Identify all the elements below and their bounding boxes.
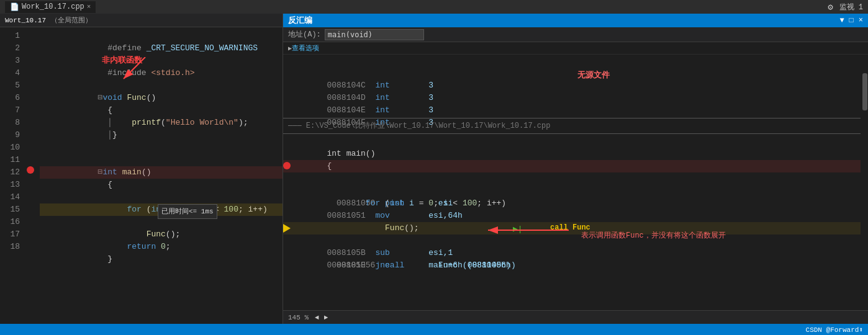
code-line-4: 非内联函数 [40, 67, 283, 79]
disasm-int3-3: 0088104E int 3 [283, 92, 861, 104]
disasm-blank1 [283, 172, 861, 185]
code-lines[interactable]: #define _CRT_SECURE_NO_WARNINGS #include… [37, 27, 283, 324]
code-line-10 [40, 141, 283, 154]
disasm-close-icon[interactable]: × [859, 16, 863, 25]
title-bar: 📄 Work_10.17.cpp × ⚙ 监视 1 [0, 0, 868, 14]
disasm-maximize-icon[interactable]: □ [849, 16, 854, 25]
code-toolbar-title: Wort_10.17 [5, 17, 46, 24]
monitor-label: 监视 1 [839, 2, 863, 12]
code-content: 12345 678910 1112131415 161718 #define _… [0, 27, 283, 324]
status-bar: CSDN @Forward⬆ [0, 324, 868, 335]
disasm-scrollbar-thumb[interactable] [862, 73, 867, 110]
annotation-arrow [120, 57, 170, 82]
gear-icon[interactable]: ⚙ [828, 2, 833, 12]
code-line-12: { [40, 166, 283, 179]
code-line-14: for (int i = 0; i < 100; i++) [40, 191, 283, 203]
code-line-8: │} [40, 117, 283, 129]
disasm-address-input[interactable] [325, 29, 424, 40]
disasm-header-title: 反汇编 [288, 15, 312, 26]
code-line-6: { [40, 92, 283, 104]
view-options-link[interactable]: 查看选项 [292, 43, 319, 53]
disasm-header: 反汇编 ▼ □ × [283, 14, 868, 27]
disasm-scrollbar[interactable] [862, 55, 868, 310]
code-line-13 [40, 179, 283, 191]
disasm-sub: 0088105B sub esi,1 [283, 234, 861, 247]
disasm-pane: 反汇编 ▼ □ × 地址(A): ▶ 查看选项 无源文件 0088104C [283, 14, 868, 324]
code-line-17: return 0; [40, 228, 283, 241]
disasm-push-esi: 00881050 push esi [283, 160, 861, 172]
gutter [25, 27, 37, 324]
disasm-bp-dot [283, 162, 291, 169]
code-toolbar-scope: （全局范围） [51, 16, 92, 25]
disasm-debug-arrow [283, 224, 291, 233]
code-line-15: Func(); 已用时间<= 1ms [40, 203, 283, 216]
status-bar-text: CSDN @Forward⬆ [806, 326, 863, 334]
file-icon: 📄 [10, 2, 19, 12]
disasm-int3-1: 0088104C int 3 [283, 67, 861, 79]
code-line-1: #define _CRT_SECURE_NO_WARNINGS [40, 30, 283, 42]
disasm-for-source: for (int i = 0; i < 100; i++) [283, 185, 861, 197]
disasm-file-path: ——— E:\VS_Code\比特作业\Wort_10.17\Wort_10.1… [283, 120, 861, 132]
code-line-5: ⊟void Func() [40, 79, 283, 92]
disasm-jne: 0088105E jne main+6h (0881056h) [283, 247, 861, 259]
code-line-18: } [40, 241, 283, 253]
code-line-2 [40, 42, 283, 55]
code-toolbar: Wort_10.17 （全局范围） [0, 14, 283, 27]
disasm-file-separator [283, 118, 861, 118]
disasm-pin-icon[interactable]: ▼ [839, 16, 844, 25]
disasm-int3-2: 0088104D int 3 [283, 79, 861, 92]
disasm-mov: 00881051 mov esi,64h [283, 197, 861, 210]
disasm-main-func: int main() [283, 135, 861, 148]
line-numbers: 12345 678910 1112131415 161718 [0, 27, 25, 324]
disasm-no-source: 无源文件 [283, 55, 861, 67]
main-area: Wort_10.17 （全局范围） 12345 678910 111213141… [0, 14, 868, 324]
code-line-7: │ printf("Hello World\n"); [40, 104, 283, 117]
disasm-func-source: Func(); [283, 210, 861, 222]
nav-left-button[interactable]: ◄ [314, 314, 320, 321]
disasm-open-brace: { [283, 148, 861, 160]
disasm-call-func: 00881056 call Func (0881040h) ▶| call Fu… [283, 222, 861, 234]
disasm-footer: 145 % ◄ ► [283, 310, 868, 324]
disasm-int3-4: 0088104F int 3 [283, 104, 861, 117]
disasm-address-bar: 地址(A): [283, 27, 868, 42]
disasm-footer-nav: ◄ ► [314, 314, 329, 321]
code-line-11: ⊟int main() [40, 154, 283, 166]
title-bar-right: ⚙ 监视 1 [828, 2, 863, 12]
disasm-zoom-level: 145 % [288, 314, 309, 321]
disasm-address-label: 地址(A): [288, 29, 321, 40]
close-tab-button[interactable]: × [87, 3, 91, 11]
breakpoint-indicator-12 [27, 166, 34, 174]
tab-label: Work_10.17.cpp [22, 2, 84, 11]
code-line-16 [40, 216, 283, 228]
nav-right-button[interactable]: ► [323, 314, 330, 321]
disasm-header-icons: ▼ □ × [839, 16, 863, 25]
disasm-separator2 [283, 133, 861, 134]
title-bar-left: 📄 Work_10.17.cpp × [5, 1, 96, 13]
editor-tab[interactable]: 📄 Work_10.17.cpp × [5, 1, 96, 13]
disasm-options: ▶ 查看选项 [283, 42, 868, 55]
disasm-content[interactable]: 无源文件 0088104C int 3 0088104D int 3 00881… [283, 55, 868, 310]
svg-line-1 [124, 57, 145, 79]
code-line-9 [40, 129, 283, 141]
code-pane: Wort_10.17 （全局范围） 12345 678910 111213141… [0, 14, 283, 324]
